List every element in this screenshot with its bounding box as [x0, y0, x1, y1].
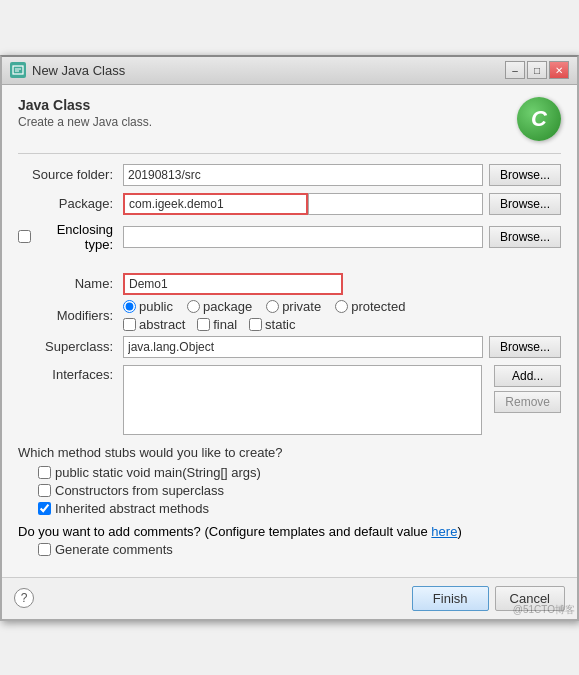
source-folder-row: Source folder: Browse... [18, 164, 561, 186]
modifiers-radio-group: public package private protected [123, 299, 405, 314]
constructors-label: Constructors from superclass [55, 483, 224, 498]
form-title: Java Class [18, 97, 152, 113]
radio-protected[interactable]: protected [335, 299, 405, 314]
checkbox-abstract[interactable]: abstract [123, 317, 185, 332]
package-row: Package: Browse... [18, 193, 561, 215]
watermark: @51CTO博客 [513, 603, 575, 617]
comments-question: Do you want to add comments? (Configure … [18, 524, 431, 539]
modifiers-label: Modifiers: [18, 308, 123, 323]
checkbox-final[interactable]: final [197, 317, 237, 332]
superclass-row: Superclass: Browse... [18, 336, 561, 358]
header-divider [18, 153, 561, 154]
source-folder-input[interactable] [123, 164, 483, 186]
radio-public[interactable]: public [123, 299, 173, 314]
checkbox-static[interactable]: static [249, 317, 295, 332]
maximize-button[interactable]: □ [527, 61, 547, 79]
package-label: Package: [18, 196, 123, 211]
svg-rect-0 [13, 66, 23, 74]
interfaces-list [123, 365, 482, 435]
comments-question-end: ) [457, 524, 461, 539]
inherited-methods-label: Inherited abstract methods [55, 501, 209, 516]
interfaces-buttons: Add... Remove [488, 365, 561, 413]
source-folder-label: Source folder: [18, 167, 123, 182]
inherited-methods-checkbox[interactable] [38, 502, 51, 515]
comments-link[interactable]: here [431, 524, 457, 539]
eclipse-logo: C [517, 97, 561, 141]
name-input[interactable] [123, 273, 343, 295]
interfaces-label: Interfaces: [18, 365, 123, 382]
abstract-checkbox[interactable] [123, 318, 136, 331]
modifiers-row: Modifiers: public package private [18, 299, 561, 332]
stubs-item-2: Constructors from superclass [38, 483, 561, 498]
package-browse-button[interactable]: Browse... [489, 193, 561, 215]
bottom-bar: ? Finish Cancel [2, 577, 577, 619]
enclosing-type-label: Enclosing type: [34, 222, 113, 252]
title-buttons: – □ ✕ [505, 61, 569, 79]
enclosing-type-checkbox[interactable] [18, 230, 31, 243]
modifiers-checkbox-group: abstract final static [123, 317, 405, 332]
dialog-title: New Java Class [32, 63, 125, 78]
generate-comments-label: Generate comments [55, 542, 173, 557]
superclass-label: Superclass: [18, 339, 123, 354]
stubs-title: Which method stubs would you like to cre… [18, 445, 561, 460]
new-java-class-dialog: New Java Class – □ ✕ Java Class Create a… [0, 55, 579, 621]
minimize-button[interactable]: – [505, 61, 525, 79]
final-checkbox[interactable] [197, 318, 210, 331]
main-method-label: public static void main(String[] args) [55, 465, 261, 480]
radio-package-input[interactable] [187, 300, 200, 313]
remove-interface-button[interactable]: Remove [494, 391, 561, 413]
form-subtitle: Create a new Java class. [18, 115, 152, 129]
radio-package[interactable]: package [187, 299, 252, 314]
enclosing-type-input[interactable] [123, 226, 483, 248]
source-folder-browse-button[interactable]: Browse... [489, 164, 561, 186]
help-button[interactable]: ? [14, 588, 34, 608]
enclosing-type-row: Enclosing type: Browse... [18, 222, 561, 252]
header-section: Java Class Create a new Java class. C [18, 97, 561, 141]
stubs-section: public static void main(String[] args) C… [38, 465, 561, 516]
radio-private[interactable]: private [266, 299, 321, 314]
enclosing-type-browse-button[interactable]: Browse... [489, 226, 561, 248]
superclass-browse-button[interactable]: Browse... [489, 336, 561, 358]
close-button[interactable]: ✕ [549, 61, 569, 79]
radio-public-input[interactable] [123, 300, 136, 313]
title-bar: New Java Class – □ ✕ [2, 57, 577, 85]
main-method-checkbox[interactable] [38, 466, 51, 479]
stubs-item-3: Inherited abstract methods [38, 501, 561, 516]
add-interface-button[interactable]: Add... [494, 365, 561, 387]
dialog-icon [10, 62, 26, 78]
stubs-item-1: public static void main(String[] args) [38, 465, 561, 480]
superclass-input[interactable] [123, 336, 483, 358]
interfaces-row: Interfaces: Add... Remove [18, 365, 561, 435]
radio-private-input[interactable] [266, 300, 279, 313]
constructors-checkbox[interactable] [38, 484, 51, 497]
name-label: Name: [18, 276, 123, 291]
comments-section: Do you want to add comments? (Configure … [18, 524, 561, 557]
generate-comments-checkbox[interactable] [38, 543, 51, 556]
radio-protected-input[interactable] [335, 300, 348, 313]
package-input[interactable] [123, 193, 308, 215]
generate-comments-row: Generate comments [38, 542, 561, 557]
name-row: Name: [18, 273, 561, 295]
static-checkbox[interactable] [249, 318, 262, 331]
finish-button[interactable]: Finish [412, 586, 489, 611]
